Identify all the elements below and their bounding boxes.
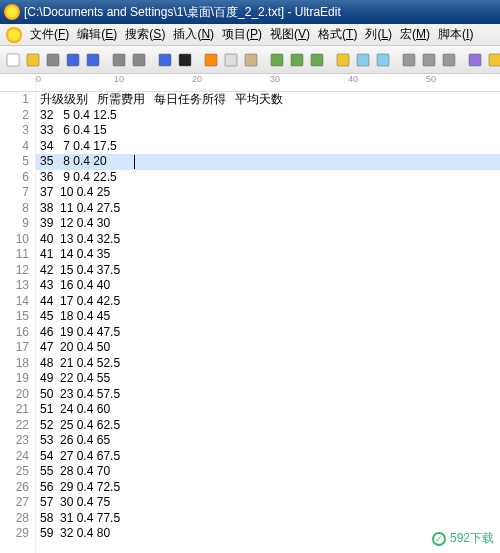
line-number: 20	[0, 387, 29, 403]
text-line[interactable]: 36 9 0.4 22.5	[36, 170, 500, 186]
text-line[interactable]: 48 21 0.4 52.5	[36, 356, 500, 372]
text-line[interactable]: 37 10 0.4 25	[36, 185, 500, 201]
text-line[interactable]: 32 5 0.4 12.5	[36, 108, 500, 124]
text-line[interactable]: 46 19 0.4 47.5	[36, 325, 500, 341]
menubar: 文件(F)编辑(E)搜索(S)插入(N)项目(P)视图(V)格式(T)列(L)宏…	[0, 24, 500, 46]
line-number: 2	[0, 108, 29, 124]
ruler-tick: 40	[348, 74, 358, 84]
find-icon[interactable]	[400, 49, 418, 71]
new-file-icon[interactable]	[4, 49, 22, 71]
svg-rect-20	[443, 54, 455, 66]
line-number: 16	[0, 325, 29, 341]
svg-rect-2	[47, 54, 59, 66]
menu-i[interactable]: 脚本(I)	[434, 24, 477, 45]
goto-icon[interactable]	[440, 49, 458, 71]
text-line[interactable]: 54 27 0.4 67.5	[36, 449, 500, 465]
text-line[interactable]: 39 12 0.4 30	[36, 216, 500, 232]
text-line[interactable]: 33 6 0.4 15	[36, 123, 500, 139]
menu-m[interactable]: 宏(M)	[396, 24, 434, 45]
title-text: [C:\Documents and Settings\1\桌面\百度_2_2.t…	[24, 4, 341, 21]
watermark-text: 592下载	[450, 530, 494, 547]
text-line[interactable]: 45 18 0.4 45	[36, 309, 500, 325]
line-number: 28	[0, 511, 29, 527]
svg-rect-17	[377, 54, 389, 66]
text-line[interactable]: 34 7 0.4 17.5	[36, 139, 500, 155]
ruler: 0102030405060	[0, 74, 500, 92]
text-line[interactable]: 43 16 0.4 40	[36, 278, 500, 294]
next-bm-icon[interactable]	[486, 49, 500, 71]
editor[interactable]: 1234567891011121314151617181920212223242…	[0, 92, 500, 553]
app-icon	[4, 4, 20, 20]
text-line[interactable]: 40 13 0.4 32.5	[36, 232, 500, 248]
save-file-icon[interactable]	[64, 49, 82, 71]
sort-desc-icon[interactable]	[288, 49, 306, 71]
toggle-insert-icon[interactable]	[156, 49, 174, 71]
line-number: 4	[0, 139, 29, 155]
line-number: 17	[0, 340, 29, 356]
cut-icon[interactable]	[202, 49, 220, 71]
open-file-icon[interactable]	[24, 49, 42, 71]
copy-icon[interactable]	[222, 49, 240, 71]
ruler-tick: 10	[114, 74, 124, 84]
func-list-icon[interactable]	[374, 49, 392, 71]
menu-n[interactable]: 插入(N)	[169, 24, 218, 45]
text-line[interactable]: 51 24 0.4 60	[36, 402, 500, 418]
ruler-tick: 30	[270, 74, 280, 84]
svg-rect-7	[159, 54, 171, 66]
line-number: 23	[0, 433, 29, 449]
menu-e[interactable]: 编辑(E)	[73, 24, 121, 45]
line-number: 8	[0, 201, 29, 217]
text-line[interactable]: 42 15 0.4 37.5	[36, 263, 500, 279]
ruler-tick: 20	[192, 74, 202, 84]
line-number: 19	[0, 371, 29, 387]
print-preview-icon[interactable]	[130, 49, 148, 71]
svg-rect-3	[67, 54, 79, 66]
text-line[interactable]: 41 14 0.4 35	[36, 247, 500, 263]
menu-s[interactable]: 搜索(S)	[121, 24, 169, 45]
line-number: 3	[0, 123, 29, 139]
paste-icon[interactable]	[242, 49, 260, 71]
text-line[interactable]: 52 25 0.4 62.5	[36, 418, 500, 434]
text-line[interactable]: 59 32 0.4 80	[36, 526, 500, 542]
menu-v[interactable]: 视图(V)	[266, 24, 314, 45]
svg-rect-22	[489, 54, 500, 66]
text-line[interactable]: 58 31 0.4 77.5	[36, 511, 500, 527]
column-mode-icon[interactable]	[308, 49, 326, 71]
line-number: 9	[0, 216, 29, 232]
menu-f[interactable]: 文件(F)	[26, 24, 73, 45]
text-line[interactable]: 44 17 0.4 42.5	[36, 294, 500, 310]
text-line[interactable]: 57 30 0.4 75	[36, 495, 500, 511]
text-line[interactable]: 50 23 0.4 57.5	[36, 387, 500, 403]
hex-icon[interactable]	[334, 49, 352, 71]
svg-rect-19	[423, 54, 435, 66]
menu-t[interactable]: 格式(T)	[314, 24, 361, 45]
save-as-icon[interactable]	[84, 49, 102, 71]
text-line[interactable]: 56 29 0.4 72.5	[36, 480, 500, 496]
svg-rect-18	[403, 54, 415, 66]
text-line[interactable]: 47 20 0.4 50	[36, 340, 500, 356]
highlight-icon[interactable]	[176, 49, 194, 71]
text-line[interactable]: 35 8 0.4 20	[36, 154, 500, 170]
menu-p[interactable]: 项目(P)	[218, 24, 266, 45]
print-icon[interactable]	[110, 49, 128, 71]
watermark: ✓ 592下载	[432, 530, 494, 547]
ruler-tick: 50	[426, 74, 436, 84]
text-line[interactable]: 55 28 0.4 70	[36, 464, 500, 480]
sort-asc-icon[interactable]	[268, 49, 286, 71]
ruler-tick: 0	[36, 74, 41, 84]
wrap-icon[interactable]	[354, 49, 372, 71]
header-line[interactable]: 升级级别 所需费用 每日任务所得 平均天数	[36, 92, 500, 108]
text-content[interactable]: 升级级别 所需费用 每日任务所得 平均天数32 5 0.4 12.533 6 0…	[36, 92, 500, 553]
line-number: 18	[0, 356, 29, 372]
line-number: 24	[0, 449, 29, 465]
text-line[interactable]: 49 22 0.4 55	[36, 371, 500, 387]
line-number: 13	[0, 278, 29, 294]
text-line[interactable]: 53 26 0.4 65	[36, 433, 500, 449]
line-number: 10	[0, 232, 29, 248]
menu-l[interactable]: 列(L)	[361, 24, 396, 45]
text-line[interactable]: 38 11 0.4 27.5	[36, 201, 500, 217]
close-file-icon[interactable]	[44, 49, 62, 71]
bookmark-icon[interactable]	[466, 49, 484, 71]
replace-icon[interactable]	[420, 49, 438, 71]
svg-rect-10	[225, 54, 237, 66]
